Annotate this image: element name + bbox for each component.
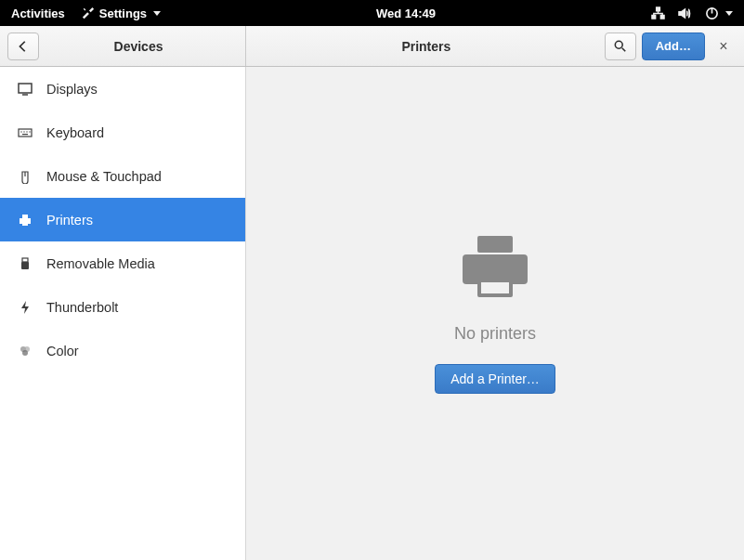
empty-state-text: No printers <box>454 324 536 344</box>
svg-point-12 <box>26 131 27 132</box>
svg-rect-0 <box>657 7 660 10</box>
app-menu[interactable]: Settings <box>82 7 161 20</box>
chevron-left-icon <box>17 40 30 53</box>
svg-point-5 <box>615 41 622 48</box>
printer-big-icon <box>457 234 533 304</box>
sidebar-item-label: Mouse & Touchpad <box>46 169 162 184</box>
headerbar-left: Devices <box>0 26 246 66</box>
main-panel: No printers Add a Printer… <box>246 67 744 560</box>
mouse-icon <box>17 168 33 185</box>
clock[interactable]: Wed 14:49 <box>161 7 651 20</box>
svg-rect-27 <box>481 282 509 293</box>
svg-rect-17 <box>22 215 28 218</box>
sidebar-item-label: Displays <box>46 82 98 97</box>
printer-icon <box>17 212 33 228</box>
displays-icon <box>17 81 33 98</box>
sidebar-item-displays[interactable]: Displays <box>0 67 245 111</box>
power-icon <box>705 7 719 20</box>
network-icon[interactable] <box>651 7 665 20</box>
activities-button[interactable]: Activities <box>11 7 65 20</box>
svg-rect-2 <box>660 15 664 19</box>
svg-rect-9 <box>19 129 32 137</box>
volume-icon[interactable] <box>678 7 692 20</box>
gnome-topbar: Activities Settings Wed 14:49 <box>0 0 744 26</box>
sidebar-item-label: Color <box>46 344 79 358</box>
close-icon: × <box>719 38 727 55</box>
svg-point-10 <box>20 131 21 132</box>
thunderbolt-icon <box>17 299 33 316</box>
sidebar-item-thunderbolt[interactable]: Thunderbolt <box>0 285 245 329</box>
sidebar-item-removable[interactable]: Removable Media <box>0 241 245 285</box>
sidebar-item-color[interactable]: Color <box>0 329 245 372</box>
chevron-down-icon <box>725 11 733 16</box>
usb-icon <box>17 255 33 272</box>
settings-window: Devices Printers Add… × Displays Keyboar… <box>0 26 744 560</box>
svg-rect-19 <box>22 258 28 262</box>
headerbar-right: Printers Add… × <box>246 26 744 66</box>
sidebar: Displays Keyboard Mouse & Touchpad Print… <box>0 67 246 560</box>
sidebar-item-printers[interactable]: Printers <box>0 198 245 241</box>
svg-rect-1 <box>652 15 656 19</box>
svg-rect-24 <box>477 236 513 253</box>
svg-point-23 <box>22 350 28 356</box>
sidebar-title: Devices <box>39 39 238 54</box>
tools-icon <box>82 7 95 20</box>
svg-point-11 <box>23 131 24 132</box>
sidebar-item-mouse[interactable]: Mouse & Touchpad <box>0 154 245 198</box>
svg-rect-14 <box>22 134 28 135</box>
search-button[interactable] <box>605 33 636 60</box>
svg-rect-7 <box>19 84 32 93</box>
sidebar-item-label: Printers <box>46 213 93 228</box>
close-button[interactable]: × <box>711 33 737 60</box>
sidebar-item-label: Removable Media <box>46 256 155 271</box>
content: Displays Keyboard Mouse & Touchpad Print… <box>0 67 744 560</box>
svg-line-6 <box>621 47 625 51</box>
chevron-down-icon <box>153 11 161 16</box>
back-button[interactable] <box>7 33 39 60</box>
sidebar-item-label: Thunderbolt <box>46 300 118 315</box>
system-menu[interactable] <box>705 7 733 20</box>
svg-rect-20 <box>21 262 29 269</box>
svg-point-13 <box>29 131 30 132</box>
sidebar-item-label: Keyboard <box>46 125 104 140</box>
search-icon <box>614 40 627 53</box>
add-printer-button[interactable]: Add a Printer… <box>435 364 555 394</box>
keyboard-icon <box>17 124 33 141</box>
svg-rect-18 <box>22 222 28 226</box>
page-title: Printers <box>254 39 599 54</box>
headerbar: Devices Printers Add… × <box>0 26 744 67</box>
sidebar-item-keyboard[interactable]: Keyboard <box>0 111 245 154</box>
app-menu-label: Settings <box>99 7 147 20</box>
color-icon <box>17 343 33 359</box>
add-button[interactable]: Add… <box>642 33 705 60</box>
